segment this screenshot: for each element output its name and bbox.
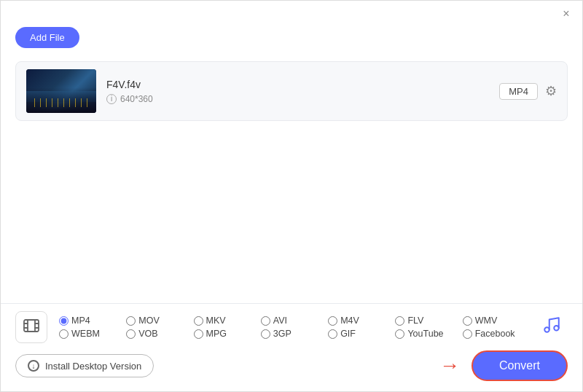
- format-option-webm[interactable]: WEBM: [59, 329, 126, 339]
- format-option-wmv[interactable]: WMV: [463, 315, 530, 326]
- download-icon: ↓: [28, 360, 39, 372]
- film-icon: [23, 317, 40, 338]
- format-option-3gp[interactable]: 3GP: [261, 329, 328, 339]
- close-button[interactable]: ×: [560, 8, 572, 20]
- radio-flv[interactable]: [395, 316, 404, 326]
- bottom-actions: ↓ Install Desktop Version → Convert: [1, 343, 582, 391]
- format-options: MP4 MOV MKV AVI M4V FLV: [59, 315, 530, 339]
- settings-icon[interactable]: ⚙: [545, 83, 557, 99]
- format-option-youtube[interactable]: YouTube: [395, 329, 462, 339]
- svg-rect-0: [24, 320, 39, 332]
- video-format-icon-wrap: [15, 311, 47, 343]
- svg-point-7: [544, 327, 549, 332]
- format-option-facebook[interactable]: Facebook: [463, 329, 530, 339]
- file-list: F4V.f4v i 640*360 MP4 ⚙: [1, 55, 582, 121]
- file-resolution: 640*360: [120, 94, 153, 104]
- middle-area: [1, 121, 582, 310]
- file-actions: MP4 ⚙: [499, 83, 557, 100]
- radio-wmv[interactable]: [463, 316, 472, 326]
- radio-vob[interactable]: [126, 329, 136, 339]
- top-area: Add File: [1, 24, 582, 55]
- format-option-vob[interactable]: VOB: [126, 329, 193, 339]
- file-name: F4V.f4v: [106, 79, 489, 90]
- format-option-avi[interactable]: AVI: [261, 315, 328, 326]
- format-option-gif[interactable]: GIF: [328, 329, 395, 339]
- radio-gif[interactable]: [328, 329, 337, 339]
- radio-mpg[interactable]: [194, 329, 203, 339]
- radio-webm[interactable]: [59, 329, 69, 339]
- format-badge[interactable]: MP4: [499, 83, 538, 100]
- info-icon: i: [106, 94, 117, 104]
- convert-button[interactable]: Convert: [472, 350, 568, 381]
- music-icon: [542, 315, 561, 339]
- file-thumbnail: [26, 69, 96, 113]
- svg-point-8: [554, 326, 559, 331]
- add-file-button[interactable]: Add File: [15, 27, 79, 48]
- radio-mp4[interactable]: [59, 316, 69, 326]
- music-icon-wrap[interactable]: [536, 311, 568, 343]
- radio-mov[interactable]: [126, 316, 136, 326]
- format-option-mkv[interactable]: MKV: [194, 315, 261, 326]
- install-label: Install Desktop Version: [45, 361, 141, 372]
- convert-area: → Convert: [439, 350, 568, 381]
- radio-3gp[interactable]: [261, 329, 270, 339]
- radio-mkv[interactable]: [194, 316, 203, 326]
- format-option-mov[interactable]: MOV: [126, 315, 193, 326]
- radio-youtube[interactable]: [395, 329, 404, 339]
- format-option-mp4[interactable]: MP4: [59, 315, 126, 326]
- file-item: F4V.f4v i 640*360 MP4 ⚙: [15, 61, 568, 121]
- format-option-m4v[interactable]: M4V: [328, 315, 395, 326]
- arrow-icon: →: [439, 354, 460, 377]
- radio-m4v[interactable]: [328, 316, 337, 326]
- format-option-flv[interactable]: FLV: [395, 315, 462, 326]
- radio-facebook[interactable]: [463, 329, 472, 339]
- file-info: F4V.f4v i 640*360: [106, 79, 489, 104]
- install-button[interactable]: ↓ Install Desktop Version: [15, 354, 154, 377]
- title-bar: ×: [1, 1, 582, 24]
- radio-avi[interactable]: [261, 316, 270, 326]
- bottom-panel: MP4 MOV MKV AVI M4V FLV: [1, 303, 582, 391]
- file-meta: i 640*360: [106, 94, 489, 104]
- format-option-mpg[interactable]: MPG: [194, 329, 261, 339]
- format-row: MP4 MOV MKV AVI M4V FLV: [1, 304, 582, 343]
